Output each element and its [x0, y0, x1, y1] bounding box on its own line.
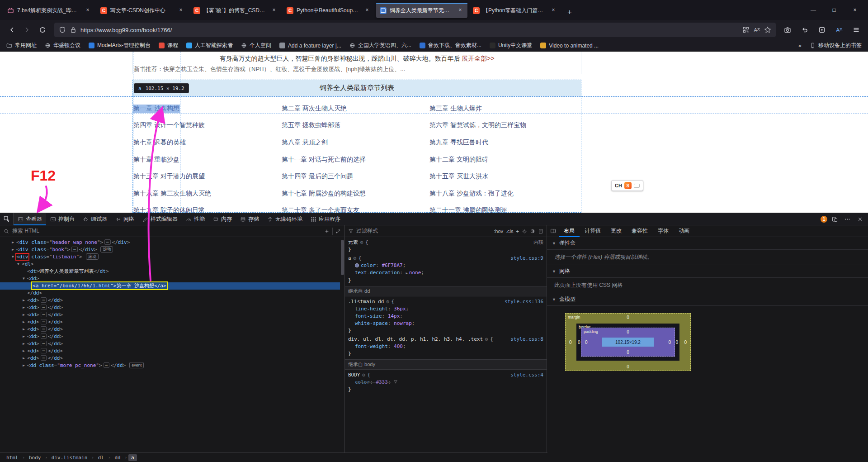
chapter-link[interactable]: 第十八章 沙盘游戏：孢子进化	[429, 190, 581, 198]
chapter-link[interactable]: 第十七章 附属沙盘的构建设想	[282, 190, 429, 198]
bookmark-item[interactable]: 华盛顿会议	[45, 42, 80, 49]
tab-close-button[interactable]: ×	[270, 7, 278, 14]
twisty-icon[interactable]: ▶	[23, 362, 27, 369]
devtools-tab-inspector[interactable]: 查看器	[14, 213, 46, 225]
tab-close-button[interactable]: ×	[457, 7, 464, 14]
twisty-icon[interactable]: ▶	[23, 355, 27, 362]
breadcrumb-item[interactable]: dl	[95, 454, 107, 461]
chapter-link[interactable]: 第七章 迟暮的英雄	[133, 138, 282, 147]
twisty-icon[interactable]: ▶	[12, 239, 16, 246]
box-model-margin[interactable]: margin 0 0 0 0 border 0 0 padding 0	[565, 313, 691, 371]
collapsed-ellipsis[interactable]: ⋯	[41, 355, 47, 361]
chapter-link[interactable]: 第二章 两次生物大灭绝	[282, 105, 429, 113]
chapter-link[interactable]: 第一章 沙盘构想	[133, 105, 282, 113]
print-sim-button[interactable]	[538, 229, 543, 234]
expand-all-link[interactable]: 展开全部>>	[462, 55, 494, 62]
browser-tab[interactable]: 7.bs4解析案例实战_哔哩哔哩_...×	[4, 3, 95, 18]
dark-scheme-button[interactable]	[530, 229, 535, 234]
add-rule-button[interactable]: +	[516, 229, 519, 234]
devtools-options-button[interactable]	[842, 214, 853, 224]
box-model-content[interactable]: 102.15×19.2	[602, 338, 654, 347]
reload-button[interactable]	[35, 23, 50, 37]
collapsed-ellipsis[interactable]: ⋯	[41, 348, 47, 353]
collapsed-ellipsis[interactable]: ⋯	[41, 341, 47, 346]
sidebar-toggle-button[interactable]	[547, 225, 559, 237]
tab-close-button[interactable]: ×	[84, 7, 91, 14]
chapter-link[interactable]: 第十三章 对于潜力的展望	[133, 172, 282, 181]
extensions-button[interactable]	[815, 23, 829, 37]
twisty-icon[interactable]: ▶	[23, 340, 27, 348]
breadcrumb-item[interactable]: body	[26, 454, 44, 461]
bookmark-item[interactable]: 常用网址	[6, 42, 37, 49]
chapter-link[interactable]: 第十六章 第三次生物大灭绝	[133, 190, 282, 198]
eyedropper-button[interactable]	[335, 229, 341, 234]
menu-button[interactable]	[849, 23, 863, 37]
stylesheet-source-link[interactable]: style.css:4	[510, 372, 543, 379]
tab-close-button[interactable]: ×	[363, 7, 371, 14]
chapter-link[interactable]: 第十章 重临沙盘	[133, 156, 282, 164]
collapsed-ellipsis[interactable]: ⋯	[41, 333, 47, 339]
chapter-link[interactable]: 第二十章 多了一个表面女友	[282, 206, 429, 213]
close-window-button[interactable]: ×	[844, 0, 865, 20]
close-devtools-button[interactable]	[854, 214, 865, 224]
css-declaration[interactable]: font-size: 14px;	[345, 313, 547, 320]
box-model-padding[interactable]: padding 0 0 0 0 102.15×19.2	[581, 328, 675, 357]
responsive-mode-button[interactable]	[829, 214, 840, 224]
html-search-bar[interactable]: 搜索 HTML	[0, 225, 344, 237]
bookmark-item[interactable]: 个人空间	[241, 42, 271, 49]
maximize-button[interactable]: □	[824, 0, 844, 20]
markup-row[interactable]: </dd>	[0, 290, 340, 297]
markup-row[interactable]: ▶<dd>⋯</dd>	[0, 311, 340, 319]
tab-close-button[interactable]: ×	[550, 7, 557, 14]
bookmark-item[interactable]: 音效下载、音效素材...	[420, 42, 481, 49]
stylesheet-source-link[interactable]: style.css:9	[510, 255, 543, 262]
markup-row[interactable]: ▶<dd>⋯</dd>	[0, 319, 340, 326]
style-rule[interactable]: a⚙{style.css:9color: #6F78A7;text-decora…	[345, 255, 547, 284]
sidebar-tab-3[interactable]: 更改	[606, 225, 627, 237]
sidebar-tab-2[interactable]: 计算值	[580, 225, 606, 237]
styles-filter-bar[interactable]: 过滤样式 :hov .cls +	[345, 225, 547, 237]
minimize-button[interactable]: —	[803, 0, 824, 20]
stylesheet-source-link[interactable]: style.css:8	[510, 336, 543, 343]
qr-code-icon[interactable]	[742, 26, 750, 33]
collapsed-ellipsis[interactable]: ⋯	[41, 319, 47, 324]
scroll-badge[interactable]: 滚动	[100, 246, 113, 252]
add-node-button[interactable]	[324, 229, 330, 234]
tab-close-button[interactable]: ×	[177, 7, 184, 14]
twisty-icon[interactable]: ▶	[23, 304, 27, 311]
chapter-link[interactable]: 第十九章 院子的休闲日常	[133, 206, 282, 213]
twisty-icon[interactable]: ▶	[12, 246, 16, 253]
shield-icon[interactable]	[59, 26, 66, 33]
chapter-link[interactable]: 第二十一章 沸腾的网络测评	[429, 206, 581, 213]
screenshot-button[interactable]	[780, 23, 795, 37]
markup-row[interactable]: ▼<dl>	[0, 261, 340, 268]
twisty-icon[interactable]: ▶	[23, 333, 27, 340]
breadcrumb-item[interactable]: html	[4, 454, 21, 461]
markup-row[interactable]: <dt>饲养全人类最新章节列表</dt>	[0, 268, 340, 275]
chapter-link[interactable]: 第九章 寻找巨兽时代	[429, 138, 581, 147]
twisty-icon[interactable]: ▶	[23, 326, 27, 333]
sidebar-tab-5[interactable]: 字体	[653, 225, 674, 237]
bookmark-item[interactable]: Video to animated ...	[540, 43, 599, 49]
back-button[interactable]	[5, 23, 19, 37]
twisty-icon[interactable]: ▶	[23, 348, 27, 355]
devtools-tab-network[interactable]: 网络	[111, 213, 138, 225]
bookmark-item[interactable]: 全国大学英语四、六...	[349, 42, 411, 49]
bookmark-item[interactable]: ModelArts-管理控制台	[89, 42, 151, 49]
twisty-icon[interactable]: ▼	[23, 275, 27, 282]
error-count-badge[interactable]: 1	[821, 216, 827, 223]
chapter-link[interactable]: 第四章 设计一个智慧种族	[133, 121, 282, 129]
collapsed-ellipsis[interactable]: ⋯	[41, 297, 47, 303]
markup-row[interactable]: ▶<dd>⋯</dd>	[0, 326, 340, 333]
flex-section-header[interactable]: ▼弹性盒	[547, 237, 868, 250]
pick-element-button[interactable]	[0, 213, 14, 225]
collapsed-ellipsis[interactable]: ⋯	[104, 362, 109, 368]
breadcrumb-item[interactable]: div.listmain	[49, 454, 90, 461]
class-toggle[interactable]: .cls	[506, 229, 514, 234]
devtools-tab-performance[interactable]: 性能	[182, 213, 209, 225]
browser-tab[interactable]: CPython中BeautifulSoup库的...×	[283, 3, 374, 18]
sidebar-tab-1[interactable]: 布局	[559, 225, 580, 237]
markup-row[interactable]: ▶<dd>⋯</dd>	[0, 304, 340, 311]
chapter-link[interactable]: 第三章 生物大爆炸	[429, 105, 581, 113]
css-declaration[interactable]: font-weight: 400;	[345, 343, 547, 350]
